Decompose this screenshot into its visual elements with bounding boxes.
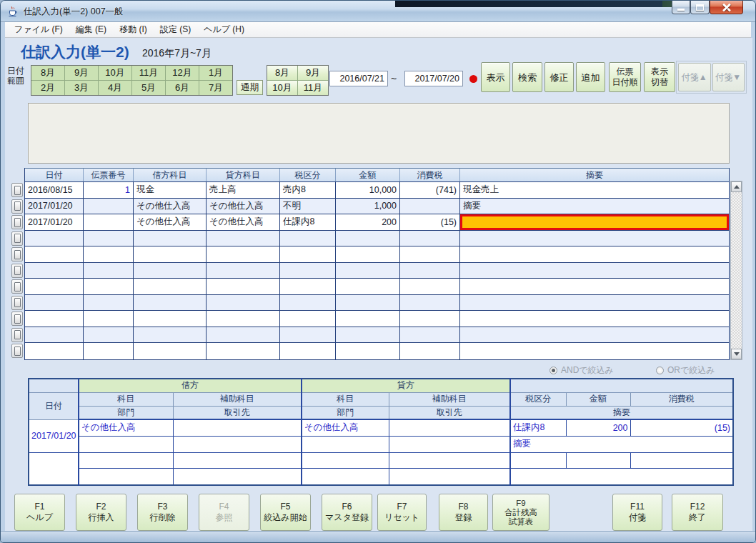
journal-cell[interactable] bbox=[460, 343, 729, 359]
journal-cell[interactable] bbox=[336, 246, 400, 262]
journal-cell[interactable] bbox=[400, 199, 460, 214]
journal-cell[interactable]: 10,000 bbox=[336, 182, 400, 198]
menu-move[interactable]: 移動 (I) bbox=[113, 22, 154, 37]
row-handle-button[interactable] bbox=[11, 231, 23, 246]
journal-cell[interactable] bbox=[400, 327, 460, 343]
detail-cell-debit-sub-subject[interactable] bbox=[173, 452, 302, 468]
row-handle-button[interactable] bbox=[11, 183, 23, 197]
detail-cell-credit-department[interactable] bbox=[302, 436, 389, 452]
journal-cell[interactable] bbox=[207, 327, 280, 343]
month-button[interactable]: 8月 bbox=[31, 66, 64, 80]
scrollbar-down-button[interactable] bbox=[731, 349, 742, 359]
journal-cell[interactable] bbox=[460, 263, 729, 279]
journal-cell[interactable] bbox=[25, 231, 84, 246]
journal-cell[interactable] bbox=[84, 199, 134, 214]
journal-cell[interactable] bbox=[336, 295, 400, 311]
view-toggle-button[interactable]: 表示 切替 bbox=[644, 62, 675, 92]
journal-cell[interactable] bbox=[84, 327, 134, 343]
journal-cell[interactable] bbox=[336, 311, 400, 327]
journal-cell[interactable] bbox=[25, 295, 84, 311]
month-button[interactable]: 4月 bbox=[99, 81, 131, 95]
journal-cell[interactable]: (741) bbox=[400, 182, 460, 198]
journal-cell[interactable] bbox=[134, 246, 207, 262]
journal-cell[interactable] bbox=[84, 246, 134, 262]
detail-cell-tax-class[interactable]: 仕課内8 bbox=[510, 419, 566, 436]
journal-cell[interactable] bbox=[84, 214, 134, 230]
journal-cell[interactable]: 摘要 bbox=[460, 199, 729, 214]
f7-reset-button[interactable]: F7リセット bbox=[377, 494, 427, 531]
journal-cell[interactable] bbox=[207, 231, 280, 246]
journal-cell[interactable] bbox=[25, 263, 84, 279]
journal-cell[interactable] bbox=[207, 246, 280, 262]
journal-cell[interactable]: 200 bbox=[336, 214, 400, 230]
detail-cell-credit-sub-subject[interactable] bbox=[389, 452, 510, 468]
journal-cell[interactable] bbox=[134, 279, 207, 294]
journal-cell[interactable] bbox=[207, 279, 280, 294]
detail-cell-debit-partner[interactable] bbox=[173, 436, 302, 452]
journal-cell[interactable] bbox=[460, 231, 729, 246]
row-handle-button[interactable] bbox=[11, 199, 23, 214]
journal-cell[interactable]: 2017/01/20 bbox=[25, 199, 84, 214]
month-button[interactable]: 5月 bbox=[132, 81, 165, 95]
journal-cell[interactable] bbox=[25, 327, 84, 343]
journal-cell[interactable] bbox=[400, 295, 460, 311]
row-handle-button[interactable] bbox=[11, 279, 23, 294]
detail-cell-credit-subject[interactable] bbox=[302, 452, 389, 468]
journal-cell[interactable] bbox=[134, 327, 207, 343]
slip-date-order-button[interactable]: 伝票 日付順 bbox=[609, 62, 641, 92]
detail-cell-debit-department[interactable] bbox=[79, 468, 173, 485]
journal-cell[interactable] bbox=[460, 279, 729, 294]
journal-cell[interactable] bbox=[280, 263, 336, 279]
journal-cell[interactable]: その他仕入高 bbox=[207, 199, 280, 214]
detail-cell-debit-department[interactable] bbox=[79, 436, 173, 452]
f11-tag-button[interactable]: F11付箋 bbox=[612, 494, 662, 531]
journal-cell[interactable] bbox=[460, 327, 729, 343]
journal-cell[interactable] bbox=[460, 295, 729, 311]
journal-cell[interactable] bbox=[25, 279, 84, 294]
journal-cell[interactable] bbox=[280, 231, 336, 246]
journal-cell-active[interactable] bbox=[460, 214, 729, 230]
row-handle-button[interactable] bbox=[11, 296, 23, 310]
journal-cell[interactable] bbox=[207, 343, 280, 359]
journal-cell[interactable] bbox=[84, 279, 134, 294]
journal-cell[interactable]: 現金 bbox=[134, 182, 207, 198]
month-button[interactable]: 8月 bbox=[267, 66, 297, 80]
modify-button[interactable]: 修正 bbox=[544, 62, 574, 92]
detail-cell-credit-partner[interactable] bbox=[389, 468, 510, 485]
date-to-input[interactable] bbox=[404, 71, 463, 86]
journal-cell[interactable] bbox=[207, 311, 280, 327]
menu-help[interactable]: ヘルプ (H) bbox=[197, 22, 251, 37]
journal-cell[interactable]: 売上高 bbox=[207, 182, 280, 198]
journal-cell[interactable] bbox=[134, 295, 207, 311]
journal-cell[interactable] bbox=[25, 343, 84, 359]
journal-cell[interactable] bbox=[134, 343, 207, 359]
filter-and-radio[interactable]: ANDで絞込み bbox=[549, 364, 614, 377]
row-handle-button[interactable] bbox=[11, 328, 23, 342]
journal-cell[interactable] bbox=[134, 263, 207, 279]
journal-cell[interactable] bbox=[336, 231, 400, 246]
journal-cell[interactable] bbox=[400, 246, 460, 262]
detail-cell-credit-subject[interactable]: その他仕入高 bbox=[302, 419, 389, 436]
journal-cell[interactable] bbox=[280, 343, 336, 359]
detail-cell-debit-subject[interactable] bbox=[79, 452, 173, 468]
date-from-input[interactable] bbox=[329, 71, 388, 86]
journal-cell[interactable] bbox=[280, 311, 336, 327]
row-handle-button[interactable] bbox=[11, 344, 23, 358]
detail-cell-date[interactable] bbox=[29, 452, 79, 485]
journal-cell[interactable] bbox=[207, 263, 280, 279]
journal-cell[interactable]: 現金売上 bbox=[460, 182, 729, 198]
f12-exit-button[interactable]: F12終了 bbox=[672, 494, 723, 531]
row-handle-button[interactable] bbox=[11, 264, 23, 278]
journal-cell[interactable]: 2017/01/20 bbox=[25, 214, 84, 230]
f2-insert-row-button[interactable]: F2行挿入 bbox=[76, 494, 126, 531]
journal-cell[interactable]: 不明 bbox=[280, 199, 336, 214]
month-button[interactable]: 7月 bbox=[199, 81, 232, 95]
journal-cell[interactable] bbox=[400, 231, 460, 246]
journal-cell[interactable] bbox=[400, 343, 460, 359]
journal-cell[interactable]: 1,000 bbox=[336, 199, 400, 214]
month-button[interactable]: 12月 bbox=[166, 66, 199, 80]
detail-cell-debit-subject[interactable]: その他仕入高 bbox=[79, 419, 173, 436]
append-button[interactable]: 追加 bbox=[576, 62, 605, 92]
journal-cell[interactable] bbox=[25, 311, 84, 327]
detail-cell-memo[interactable] bbox=[510, 468, 733, 485]
